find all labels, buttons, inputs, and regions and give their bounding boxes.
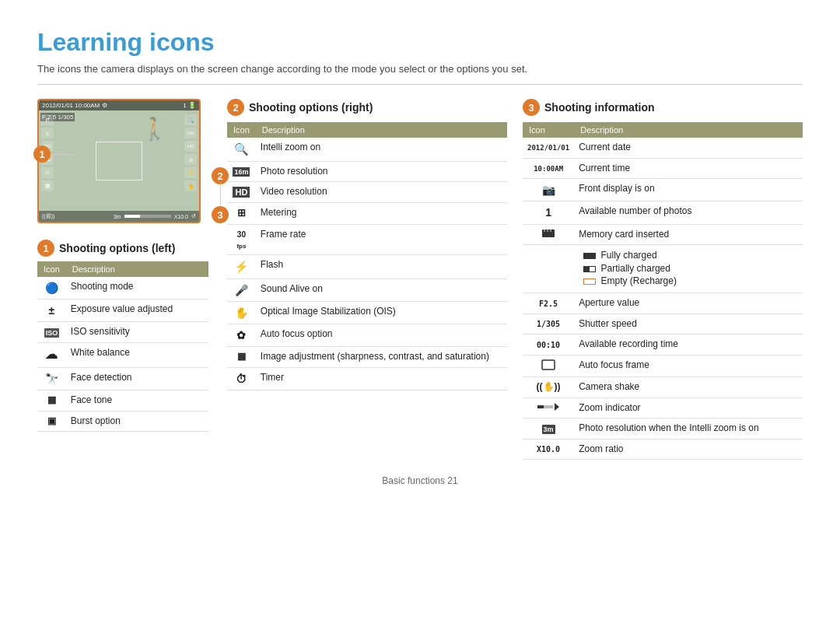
cam-zoom-fill xyxy=(124,215,140,218)
cam-figure: 🚶 xyxy=(141,116,168,142)
desc-cell: ISO sensitivity xyxy=(66,322,208,343)
right-th-icon: Icon xyxy=(227,122,256,138)
badge-3-line xyxy=(220,183,221,206)
desc-cell: Current date xyxy=(574,138,803,158)
cam-bottom-bar: ((握)) 3m X10.0 ↺ xyxy=(39,211,199,222)
badge-1: 1 xyxy=(33,145,51,163)
icon-cell: ⚡ xyxy=(227,255,256,279)
battery-full-icon xyxy=(583,253,596,259)
table-row: 16m Photo resolution xyxy=(227,161,507,182)
svg-rect-4 xyxy=(542,360,555,370)
zoom-indicator-icon xyxy=(537,403,559,411)
icon-cell: 📷 xyxy=(523,179,574,201)
cam-zoom-ratio: X10.0 xyxy=(174,214,188,219)
info-title: 3 Shooting information xyxy=(523,99,803,116)
cam-icon-mode: P xyxy=(41,114,54,125)
icon-cell: 🔭 xyxy=(37,367,66,390)
table-row: 📷 Front display is on xyxy=(523,179,803,201)
right-th-desc: Description xyxy=(256,122,507,138)
table-row: ▦ Image adjustment (sharpness, contrast,… xyxy=(227,347,507,368)
page-container: Learning icons The icons the camera disp… xyxy=(0,0,840,502)
icon-cell: F2.5 xyxy=(523,292,574,313)
icon-cell: 00:10 xyxy=(523,335,574,356)
page-subtitle: The icons the camera displays on the scr… xyxy=(37,63,803,85)
table-row: Auto focus frame xyxy=(523,355,803,377)
desc-cell: Timer xyxy=(256,367,507,390)
table-row: 00:10 Available recording time xyxy=(523,335,803,356)
right-table-body: 🔍 Intelli zoom on 16m Photo resolution H… xyxy=(227,138,507,391)
table-row: ⚡ Flash xyxy=(227,255,507,279)
desc-cell: White balance xyxy=(66,342,208,367)
battery-partial-icon xyxy=(583,266,596,272)
cam-icon-ft: ▦ xyxy=(41,180,54,191)
camera-diagram: 2012/01/01 10:00AM ⚙ 1 🔋 F 2.5 1/305 P ±… xyxy=(37,99,208,432)
desc-cell: Metering xyxy=(256,202,507,224)
icon-cell xyxy=(523,398,574,419)
cam-3m: 3m xyxy=(114,214,121,219)
desc-cell: Flash xyxy=(256,255,507,279)
desc-cell: Aperture value xyxy=(574,292,803,313)
desc-cell: Exposure value adjusted xyxy=(66,299,208,322)
badge-1-line xyxy=(51,154,74,155)
svg-rect-2 xyxy=(547,229,548,232)
table-row: ✿ Auto focus option xyxy=(227,324,507,347)
desc-cell: Face detection xyxy=(66,367,208,390)
icon-cell: 🔍 xyxy=(227,138,256,161)
svg-rect-6 xyxy=(537,405,544,408)
desc-cell: Photo resolution xyxy=(256,161,507,182)
cam-icon-ois: ✋ xyxy=(184,180,197,191)
list-item: Partially charged xyxy=(583,263,798,275)
table-row: 🔭 Face detection xyxy=(37,367,208,390)
icon-cell: 🔵 xyxy=(37,277,66,299)
right-badge: 2 xyxy=(227,99,244,116)
table-row: ⏱ Timer xyxy=(227,367,507,390)
desc-cell: Face tone xyxy=(66,390,208,411)
desc-cell: Available number of photos xyxy=(574,201,803,224)
cam-zoom-area: 3m X10.0 ↺ xyxy=(114,213,196,219)
icon-cell: ▦ xyxy=(37,390,66,411)
badge-3: 3 xyxy=(212,206,229,223)
desc-cell: Front display is on xyxy=(574,179,803,201)
info-badge: 3 xyxy=(523,99,540,116)
cam-icon-fd: ⊙ xyxy=(41,167,54,178)
list-item: Fully charged xyxy=(583,250,798,262)
cam-datetime: 2012/01/01 10:00AM ⚙ xyxy=(42,102,107,109)
table-row: ((✋)) Camera shake xyxy=(523,377,803,398)
info-th-desc: Description xyxy=(574,122,803,138)
badge-2: 2 xyxy=(212,167,229,184)
left-section: 1 Shooting options (left) Icon Descripti… xyxy=(37,240,208,432)
cam-refresh-icon: ↺ xyxy=(191,213,196,219)
left-table: Icon Description 🔵 Shooting mode ± Expos… xyxy=(37,261,208,432)
table-row: ✋ Optical Image Stabilization (OIS) xyxy=(227,301,507,324)
cam-top-bar: 2012/01/01 10:00AM ⚙ 1 🔋 xyxy=(39,100,199,110)
desc-cell: Frame rate xyxy=(256,224,507,255)
icon-cell: ☁ xyxy=(37,342,66,367)
battery-empty-icon xyxy=(583,278,596,285)
battery-full-label: Fully charged xyxy=(601,250,657,261)
table-row: ± Exposure value adjusted xyxy=(37,299,208,322)
icon-cell xyxy=(523,355,574,377)
desc-cell: Photo resolution when the Intelli zoom i… xyxy=(574,419,803,440)
icon-cell: ((✋)) xyxy=(523,377,574,398)
table-row: 🔍 Intelli zoom on xyxy=(227,138,507,161)
table-row: Fully charged Partially charged Empty (R… xyxy=(523,245,803,293)
desc-cell: Image adjustment (sharpness, contrast, a… xyxy=(256,347,507,368)
desc-cell: Shutter speed xyxy=(574,313,803,335)
cam-right-icons: 🔍 16m HD ⊞ ⚡ ✋ xyxy=(184,114,197,191)
desc-cell: Zoom indicator xyxy=(574,398,803,419)
table-row: 3m Photo resolution when the Intelli zoo… xyxy=(523,419,803,440)
table-row: Zoom indicator xyxy=(523,398,803,419)
icon-cell: 2012/01/01 xyxy=(523,138,574,158)
page-title: Learning icons xyxy=(37,28,803,57)
right-table: Icon Description 🔍 Intelli zoom on 16m P… xyxy=(227,122,507,391)
camera-screen: 2012/01/01 10:00AM ⚙ 1 🔋 F 2.5 1/305 P ±… xyxy=(37,99,201,223)
columns-area: 2 Shooting options (right) Icon Descript… xyxy=(227,99,803,460)
list-item: Empty (Recharge) xyxy=(583,275,798,288)
cam-icon-res: 16m xyxy=(184,128,197,138)
table-row: ▣ Burst option xyxy=(37,411,208,432)
cam-icon-exp: ± xyxy=(41,128,54,138)
icon-cell: 10:00AM xyxy=(523,158,574,179)
cam-icon-flash: ⚡ xyxy=(184,167,197,178)
desc-cell: Fully charged Partially charged Empty (R… xyxy=(574,245,803,293)
battery-empty-label: Empty (Recharge) xyxy=(601,275,677,286)
